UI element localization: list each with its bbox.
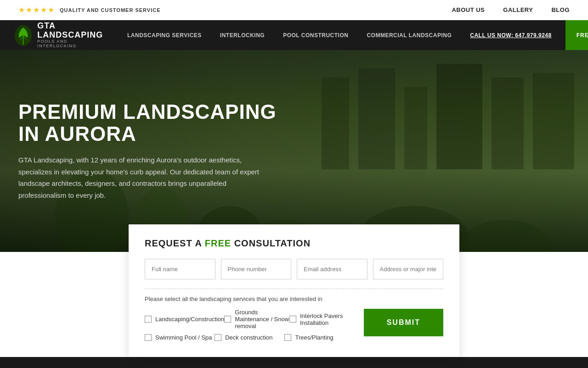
free-estimate-button[interactable]: FREE ESTIMATE bbox=[565, 20, 588, 50]
quality-text: QUALITY AND CUSTOMER SERVICE bbox=[60, 7, 161, 13]
form-services-submit: Landscaping/Construction Grounds Mainten… bbox=[145, 309, 443, 341]
phone-input[interactable] bbox=[221, 259, 292, 279]
form-title-part2: CONSULTATION bbox=[231, 238, 311, 248]
checkbox-pool[interactable] bbox=[145, 334, 152, 341]
services-row-1: Landscaping/Construction Grounds Mainten… bbox=[145, 309, 355, 329]
service-interlock-label: Interlock Pavers Installation bbox=[300, 312, 355, 326]
full-name-input[interactable] bbox=[145, 259, 215, 279]
service-deck: Deck construction bbox=[215, 334, 284, 341]
blog-link[interactable]: BLOG bbox=[551, 6, 570, 13]
services-label: Please select all the landscaping servic… bbox=[145, 296, 443, 302]
checkbox-landscaping[interactable] bbox=[145, 316, 152, 323]
checkbox-trees[interactable] bbox=[284, 334, 291, 341]
hero-section: PREMIUM LANDSCAPING IN AURORA GTA Landsc… bbox=[0, 50, 588, 252]
services-rows: Landscaping/Construction Grounds Mainten… bbox=[145, 309, 355, 341]
form-title-free: FREE bbox=[205, 238, 231, 248]
logo-name-gta: GTA bbox=[37, 22, 104, 31]
service-landscaping: Landscaping/Construction bbox=[145, 309, 224, 329]
nav-call-link[interactable]: CALL US NOW: 647.979.9248 bbox=[461, 32, 560, 39]
form-divider bbox=[145, 289, 443, 289]
services-area: Landscaping/Construction Grounds Mainten… bbox=[145, 309, 355, 341]
hero-description: GTA Landscaping, with 12 years of enrich… bbox=[18, 154, 276, 201]
service-grounds-label: Grounds Maintenance / Snow removal bbox=[235, 309, 289, 329]
service-pool-label: Swimming Pool / Spa bbox=[155, 334, 212, 341]
service-grounds: Grounds Maintenance / Snow removal bbox=[224, 309, 289, 329]
checkbox-interlock[interactable] bbox=[289, 316, 296, 323]
logo-name-landscaping: LANDSCAPING bbox=[37, 31, 104, 40]
top-bar: ★★★★★ QUALITY AND CUSTOMER SERVICE ABOUT… bbox=[0, 0, 588, 20]
nav-landscaping-services[interactable]: LANDSCAPING SERVICES bbox=[118, 20, 211, 50]
logo-sub: POOLS AND INTERLOCKING bbox=[37, 39, 104, 49]
main-nav: GTA LANDSCAPING POOLS AND INTERLOCKING L… bbox=[0, 20, 588, 50]
nav-commercial-landscaping[interactable]: COMMERCIAL LANDSCAPING bbox=[357, 20, 461, 50]
top-bar-nav: ABOUT US GALLERY BLOG bbox=[452, 6, 570, 13]
address-input[interactable] bbox=[373, 259, 444, 279]
hero-title: PREMIUM LANDSCAPING IN AURORA bbox=[18, 101, 294, 145]
bottom-section: BOOK NOW FOR SPRINT CONSTRICTION bbox=[0, 357, 588, 368]
service-trees: Trees/Planting bbox=[284, 334, 354, 341]
form-title: REQUEST A FREE CONSULTATION bbox=[145, 238, 443, 249]
checkbox-grounds[interactable] bbox=[224, 316, 231, 323]
email-input[interactable] bbox=[297, 259, 368, 279]
checkbox-deck[interactable] bbox=[215, 334, 221, 341]
service-interlock: Interlock Pavers Installation bbox=[289, 309, 355, 329]
service-trees-label: Trees/Planting bbox=[295, 334, 333, 341]
services-row-2: Swimming Pool / Spa Deck construction Tr… bbox=[145, 334, 355, 341]
gallery-link[interactable]: GALLERY bbox=[503, 6, 533, 13]
logo[interactable]: GTA LANDSCAPING POOLS AND INTERLOCKING bbox=[14, 22, 104, 49]
form-title-part1: REQUEST A bbox=[145, 238, 205, 248]
top-bar-left: ★★★★★ QUALITY AND CUSTOMER SERVICE bbox=[18, 6, 161, 14]
submit-button[interactable]: SUBMIT bbox=[364, 309, 443, 336]
service-pool: Swimming Pool / Spa bbox=[145, 334, 215, 341]
logo-icon bbox=[14, 23, 33, 47]
nav-interlocking[interactable]: INTERLOCKING bbox=[211, 20, 274, 50]
form-inputs bbox=[145, 259, 443, 279]
service-landscaping-label: Landscaping/Construction bbox=[155, 316, 224, 323]
nav-links: LANDSCAPING SERVICES INTERLOCKING POOL C… bbox=[118, 20, 561, 50]
consultation-form-panel: REQUEST A FREE CONSULTATION Please selec… bbox=[129, 224, 459, 357]
nav-pool-construction[interactable]: POOL CONSTRUCTION bbox=[274, 20, 357, 50]
star-rating: ★★★★★ bbox=[18, 6, 55, 14]
service-deck-label: Deck construction bbox=[225, 334, 272, 341]
about-us-link[interactable]: ABOUT US bbox=[452, 6, 485, 13]
hero-content: PREMIUM LANDSCAPING IN AURORA GTA Landsc… bbox=[18, 101, 294, 201]
